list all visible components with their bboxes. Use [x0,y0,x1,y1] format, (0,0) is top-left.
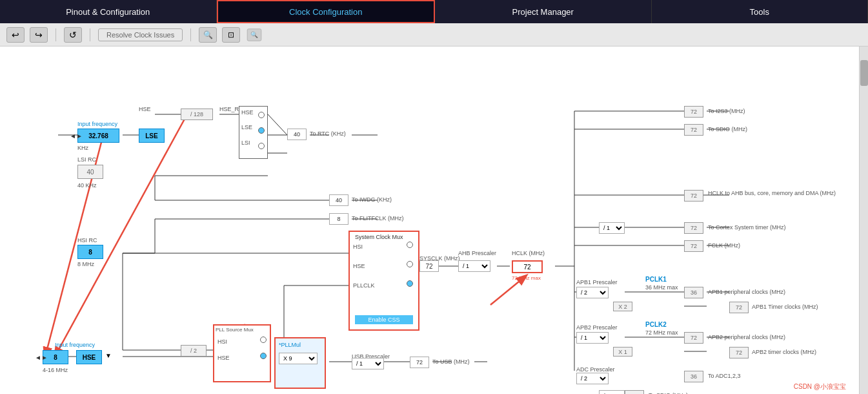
adc-prescaler-select[interactable]: / 2 [576,373,609,384]
hse-box[interactable]: HSE [76,350,102,364]
hse-input-arrows: ◄► [35,354,48,361]
adc-value[interactable]: 36 [684,371,703,382]
resolve-clock-button[interactable]: Resolve Clock Issues [98,28,183,41]
lsi-value-box[interactable]: 40 [77,165,103,179]
pll-hse-circle[interactable] [260,353,267,359]
sys-mux-hse-circle[interactable] [407,261,413,267]
usb-prescaler-select[interactable]: / 1 [352,358,384,369]
tab-tools[interactable]: Tools [652,0,869,23]
cortex-div-select[interactable]: / 1 [599,222,625,234]
tab-clock[interactable]: Clock Configuration [217,0,436,23]
apb1-prescaler-select[interactable]: / 2 [576,287,609,298]
lse-value-box[interactable]: 32.768 [77,129,119,143]
zoom-in-button[interactable]: 🔍 [199,27,217,43]
to-rtc-label: To RTC (KHz) [310,130,346,137]
fclk-label: FCLK (MHz) [708,242,740,249]
zoom-fit-button[interactable]: ⊡ [222,27,240,43]
apb1-periph-value[interactable]: 36 [684,287,703,298]
apb2-prescaler-label: APB2 Prescaler [576,324,618,331]
ahb-prescaler-label: AHB Prescaler [458,250,496,256]
refresh-button[interactable]: ↺ [64,27,82,43]
sysclk-value[interactable]: 72 [419,260,439,272]
main-area: Input frequency 32.768 ◄► KHz LSI RC 40 … [0,47,868,394]
cortex-timer-label: To Cortex System timer (MHz) [708,224,786,231]
zoom-out-button[interactable]: 🔍 [247,28,261,41]
rtc-mux-circle-3[interactable] [258,143,265,149]
to-flitfclk-value[interactable]: 8 [329,213,348,225]
vertical-scrollbar[interactable] [859,47,868,394]
pclk1-max: 36 MHz max [645,284,678,291]
sdio-value[interactable]: 36 [625,390,644,394]
i2s3-value-box[interactable]: 72 [684,106,703,118]
pll-source-mux-box: PLL Source Mux HSI HSE [213,324,271,382]
pll-mul-label: *PLLMul [279,342,301,348]
hclk-max-label: 72 MHz max [512,275,541,281]
redo-button[interactable]: ↪ [30,27,48,43]
tab-pinout[interactable]: Pinout & Configuration [0,0,217,23]
apb1-timer-label: APB1 Timer clocks (MHz) [752,304,818,310]
ahb-prescaler-select[interactable]: / 1 [458,260,490,272]
hse-input-range: 4-16 MHz [43,367,68,373]
hclk-label: HCLK (MHz) [512,250,545,256]
apb1-x2-box[interactable]: X 2 [613,302,632,311]
svg-line-4 [268,114,287,135]
enable-css-button[interactable]: Enable CSS [355,315,413,324]
apb1-timer-value[interactable]: 72 [729,302,749,313]
hse-dropdown-arrow[interactable]: ▼ [105,352,112,359]
pclk2-label: PCLK2 [645,321,667,328]
apb1-prescaler-label: APB1 Prescaler [576,279,618,285]
sys-mux-pll-circle[interactable] [407,280,413,287]
lsi-rc-label: LSI RC [77,156,96,163]
to-iwdg-value[interactable]: 40 [329,194,348,206]
usb-value[interactable]: 72 [410,357,429,368]
system-clock-mux-box: System Clock Mux HSI HSE PLLCLK Enable C… [348,231,419,331]
to-flitfclk-label: To FLITFCLK (MHz) [352,215,404,222]
hclk-ahb-value[interactable]: 72 [684,190,703,202]
cortex-timer-value[interactable]: 72 [684,222,703,234]
pll-hsi-label: HSI [217,338,227,345]
adc-label: To ADC1,2,3 [708,373,741,379]
apb2-timer-label: APB2 timer clocks (MHz) [752,349,816,355]
sys-mux-hse-label: HSE [353,263,365,269]
rtc-mux-circle-1[interactable] [258,112,265,118]
lse-unit-label: KHz [77,145,88,151]
sdio2-value-box[interactable]: 72 [684,124,703,136]
pclk2-max: 72 MHz max [645,329,678,336]
apb2-timer-value[interactable]: 72 [729,347,749,358]
rtc-mux-hse-label: HSE [241,109,254,116]
hclk-ahb-label: HCLK to AHB bus, core, memory and DMA (M… [708,190,837,196]
sys-mux-hsi-circle[interactable] [407,242,413,248]
lse-box[interactable]: LSE [139,129,165,143]
sdio-div-select[interactable]: / 2 [599,390,625,394]
toolbar: ↩ ↪ ↺ Resolve Clock Issues 🔍 ⊡ 🔍 [0,23,868,47]
apb2-x1-box[interactable]: X 1 [613,347,632,357]
hsi-unit-label: 8 MHz [77,261,94,267]
hsi-value-box[interactable]: 8 [77,245,103,259]
to-rtc-value[interactable]: 40 [287,129,307,140]
pclk1-label: PCLK1 [645,276,667,283]
lse-arrow-left: ◄► [70,132,83,140]
rtc-mux-circle-2[interactable] [258,127,265,134]
pll-hse-label: HSE [217,355,230,361]
i2s3-label: To I2S3 (MHz) [708,108,745,114]
adc-prescaler-label: ADC Prescaler [576,366,615,373]
top-navigation: Pinout & Configuration Clock Configurati… [0,0,868,23]
hclk-value-box[interactable]: 72 [512,260,543,273]
watermark: CSDN @小浪宝宝 [794,382,846,391]
scrollbar-thumb[interactable] [860,60,868,86]
clock-diagram[interactable]: Input frequency 32.768 ◄► KHz LSI RC 40 … [0,47,859,394]
pll-hsi-circle[interactable] [260,337,267,343]
fclk-value[interactable]: 72 [684,240,703,252]
lse-input-label: Input frequency [77,121,117,127]
undo-button[interactable]: ↩ [6,27,25,43]
sys-mux-hsi-label: HSI [353,244,363,250]
to-iwdg-label: To IWDG (KHz) [352,196,392,203]
toolbar-separator-3 [190,28,191,41]
apb2-prescaler-select[interactable]: / 1 [576,332,609,344]
tab-project-manager[interactable]: Project Manager [435,0,652,23]
apb2-periph-value[interactable]: 72 [684,332,703,344]
hse-top-label: HSE [139,106,151,112]
div128-box[interactable]: / 128 [181,109,213,120]
pll-div2-box[interactable]: / 2 [181,345,207,357]
pll-x9-select[interactable]: X 9 [279,353,318,364]
